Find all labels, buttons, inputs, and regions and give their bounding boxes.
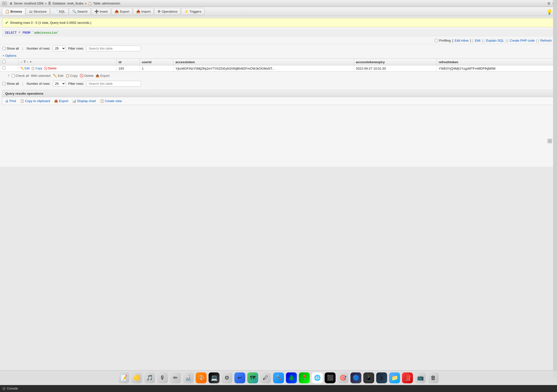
num-rows-select-top[interactable]: 25 50 100	[53, 46, 66, 51]
cell-userid: 1	[140, 65, 173, 72]
tab-triggers[interactable]: ⚡ Triggers	[181, 8, 204, 15]
check-all-icon: ↑	[8, 73, 10, 78]
row-checkbox[interactable]	[2, 66, 5, 70]
main-toolbar: 📋 Browse 🗂 Structure 📄 SQL 🔍 Search ➕ In…	[0, 7, 557, 16]
export-ops-icon: 📤	[54, 99, 58, 103]
filter-rows-input-bottom[interactable]	[86, 81, 141, 86]
select-all-checkbox[interactable]	[2, 60, 5, 63]
th-id-label: id	[119, 60, 122, 64]
th-accesstokenexpiry-label: accesstokenexpiry	[356, 60, 385, 64]
status-message: Showing rows 0 - 0 (1 total, Query took …	[10, 21, 91, 25]
cell-refreshtoken: YWE0YjQ4MjI1YzgzMTFmMDFlNjM0M	[436, 65, 557, 72]
th-accesstokenexpiry[interactable]: accesstokenexpiry	[354, 59, 437, 65]
tab-triggers-label: Triggers	[189, 10, 201, 13]
refresh-link[interactable]: Refresh	[540, 39, 552, 42]
th-accesstoken-label: accesstoken	[176, 60, 195, 64]
th-refreshtoken[interactable]: refreshtoken	[436, 59, 557, 65]
profiling-checkbox-label[interactable]: Profiling	[435, 39, 451, 42]
tab-import[interactable]: 📥 Import	[133, 8, 154, 15]
content-area: ✔ Showing rows 0 - 0 (1 total, Query too…	[0, 18, 557, 167]
with-export-label: Export	[100, 74, 110, 78]
tab-operations[interactable]: ⚙ Operations	[154, 8, 181, 15]
th-accesstoken[interactable]: accesstoken	[173, 59, 354, 65]
tab-structure[interactable]: 🗂 Structure	[26, 8, 50, 15]
nav-buttons[interactable]: ←	[2, 1, 7, 5]
th-userid[interactable]: userid	[140, 59, 173, 65]
scrollbar-right[interactable]	[553, 0, 557, 167]
with-export-icon: 📤	[95, 74, 99, 78]
with-edit-link[interactable]: ✏️ Edit	[53, 74, 63, 78]
copy-row-icon: 📋	[31, 67, 35, 70]
settings-icon[interactable]: ⚙	[547, 1, 551, 5]
cell-id: 193	[116, 65, 140, 72]
copy-clipboard-label: Copy to clipboard	[25, 99, 50, 103]
edit-inline-link[interactable]: Edit inline	[455, 39, 468, 42]
check-all-text: Check all	[16, 74, 29, 78]
tab-search[interactable]: 🔍 Search	[69, 8, 91, 15]
create-view-icon: 📋	[100, 99, 104, 103]
edit-link[interactable]: Edit	[475, 39, 480, 42]
browse-icon: 📋	[5, 9, 9, 13]
title-server: Server: localhost:3306	[14, 2, 43, 5]
tab-export-label: Export	[120, 10, 129, 13]
create-php-link[interactable]: Create PHP code	[510, 39, 535, 42]
cell-accesstoken: YjkzMGFiNzY0MjZlNjJmYTVhZGEyN2I4NjBhM2Fm…	[173, 65, 354, 72]
minimize-button[interactable]: −	[548, 139, 552, 143]
bracket-open: [	[452, 39, 453, 42]
th-checkbox	[0, 59, 18, 65]
create-view-link[interactable]: 📋 Create view	[100, 99, 122, 103]
th-id[interactable]: id	[116, 59, 140, 65]
with-copy-icon: 📋	[65, 74, 69, 78]
copy-row-label: Copy	[35, 67, 42, 70]
display-chart-label: Display chart	[77, 99, 96, 103]
tab-sql[interactable]: 📄 SQL	[50, 8, 68, 15]
show-all-label-bottom[interactable]: Show all	[2, 82, 19, 85]
tab-browse[interactable]: 📋 Browse	[2, 8, 25, 15]
options-link[interactable]: + Options	[2, 54, 16, 57]
filter-rows-label-top: Filter rows:	[68, 47, 84, 50]
delete-row-link[interactable]: 🚫 Delete	[44, 67, 57, 70]
profiling-checkbox[interactable]	[435, 39, 438, 42]
back-button[interactable]: ←	[2, 1, 7, 5]
success-bar: ✔ Showing rows 0 - 0 (1 total, Query too…	[2, 18, 555, 27]
edit-row-link[interactable]: ✏️ Edit	[20, 67, 30, 70]
sep1: »	[45, 2, 47, 5]
export-link[interactable]: 📤 Export	[54, 99, 68, 103]
copy-row-link[interactable]: 📋 Copy	[31, 67, 42, 70]
structure-icon: 🗂	[29, 9, 32, 13]
with-delete-label: Delete	[84, 74, 94, 78]
query-results-ops-body: 🖨 Print 📋 Copy to clipboard 📤 Export 📊 D…	[2, 97, 555, 105]
explain-sql-link[interactable]: Explain SQL	[486, 39, 504, 42]
divider-top: |	[22, 47, 23, 50]
show-all-text-top: Show all	[7, 47, 19, 50]
with-export-link[interactable]: 📤 Export	[95, 74, 110, 78]
minimize-icon: −	[549, 139, 551, 143]
tab-export[interactable]: 📤 Export	[111, 8, 132, 15]
copy-to-clipboard-link[interactable]: 📋 Copy to clipboard	[20, 99, 50, 103]
delete-row-label: Delete	[48, 67, 57, 70]
print-link[interactable]: 🖨 Print	[5, 99, 16, 103]
check-all-cb[interactable]	[12, 74, 15, 77]
row-checkbox-cell[interactable]	[0, 65, 18, 72]
sep-p2: ] [	[482, 39, 485, 42]
tab-insert[interactable]: ➕ Insert	[91, 8, 111, 15]
with-copy-link[interactable]: 📋 Copy	[65, 74, 78, 78]
delete-row-icon: 🚫	[44, 67, 47, 70]
row-action-links: ✏️ Edit 📋 Copy 🚫 Delete	[20, 67, 114, 70]
display-chart-link[interactable]: 📊 Display chart	[72, 99, 96, 103]
print-icon: 🖨	[5, 99, 8, 103]
with-delete-link[interactable]: 🚫 Delete	[80, 74, 94, 78]
show-all-checkbox-bottom[interactable]	[2, 82, 6, 85]
operations-icon: ⚙	[157, 9, 161, 13]
tab-operations-label: Operations	[162, 10, 178, 13]
check-all-label[interactable]: Check all	[12, 74, 29, 78]
edit-row-icon: ✏️	[20, 67, 24, 70]
filter-rows-input-top[interactable]	[86, 46, 141, 51]
show-all-label-top[interactable]: Show all	[2, 47, 19, 50]
tab-sql-label: SQL	[59, 10, 65, 13]
num-rows-select-bottom[interactable]: 25 50 100	[53, 81, 66, 86]
title-database: Database: vivek_9cabs	[53, 2, 83, 5]
show-all-text-bottom: Show all	[7, 82, 19, 85]
th-col-resize[interactable]: ←⊤→ ▼	[18, 59, 116, 65]
show-all-checkbox-top[interactable]	[2, 47, 6, 50]
